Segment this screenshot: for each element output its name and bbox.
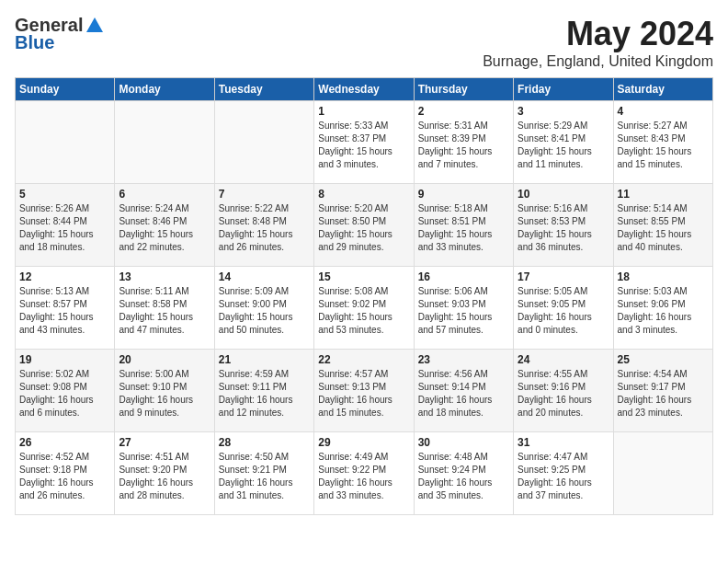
- day-number: 8: [318, 188, 409, 201]
- calendar-cell: 7Sunrise: 5:22 AM Sunset: 8:48 PM Daylig…: [214, 184, 313, 267]
- day-number: 20: [119, 353, 210, 366]
- day-number: 27: [119, 436, 210, 449]
- calendar-cell: 18Sunrise: 5:03 AM Sunset: 9:06 PM Dayli…: [613, 267, 712, 350]
- cell-content: Sunrise: 4:59 AM Sunset: 9:11 PM Dayligh…: [219, 368, 310, 419]
- day-number: 11: [618, 188, 709, 201]
- cell-content: Sunrise: 5:03 AM Sunset: 9:06 PM Dayligh…: [618, 285, 709, 337]
- calendar-cell: 28Sunrise: 4:50 AM Sunset: 9:21 PM Dayli…: [214, 432, 313, 515]
- weekday-header-tuesday: Tuesday: [214, 78, 313, 101]
- weekday-header-sunday: Sunday: [16, 78, 115, 101]
- calendar-cell: 8Sunrise: 5:20 AM Sunset: 8:50 PM Daylig…: [314, 184, 414, 267]
- cell-content: Sunrise: 5:13 AM Sunset: 8:57 PM Dayligh…: [19, 285, 110, 337]
- cell-content: Sunrise: 4:54 AM Sunset: 9:17 PM Dayligh…: [618, 368, 709, 419]
- calendar-cell: 12Sunrise: 5:13 AM Sunset: 8:57 PM Dayli…: [16, 267, 115, 350]
- calendar-cell: 19Sunrise: 5:02 AM Sunset: 9:08 PM Dayli…: [16, 350, 115, 432]
- logo: General Blue: [15, 15, 105, 53]
- day-number: 30: [418, 436, 509, 449]
- cell-content: Sunrise: 5:06 AM Sunset: 9:03 PM Dayligh…: [418, 285, 509, 337]
- cell-content: Sunrise: 5:16 AM Sunset: 8:53 PM Dayligh…: [518, 202, 609, 254]
- day-number: 15: [318, 270, 409, 283]
- calendar-cell: 17Sunrise: 5:05 AM Sunset: 9:05 PM Dayli…: [514, 267, 613, 350]
- cell-content: Sunrise: 4:57 AM Sunset: 9:13 PM Dayligh…: [318, 368, 409, 419]
- calendar-cell: 27Sunrise: 4:51 AM Sunset: 9:20 PM Dayli…: [115, 432, 214, 515]
- weekday-header-thursday: Thursday: [414, 78, 513, 101]
- day-number: 25: [618, 353, 709, 366]
- week-row-4: 19Sunrise: 5:02 AM Sunset: 9:08 PM Dayli…: [16, 350, 713, 432]
- location-title: Burnage, England, United Kingdom: [483, 53, 713, 70]
- week-row-1: 1Sunrise: 5:33 AM Sunset: 8:37 PM Daylig…: [16, 101, 713, 184]
- cell-content: Sunrise: 5:18 AM Sunset: 8:51 PM Dayligh…: [418, 202, 509, 254]
- day-number: 7: [219, 188, 310, 201]
- cell-content: Sunrise: 4:50 AM Sunset: 9:21 PM Dayligh…: [219, 451, 310, 502]
- day-number: 29: [318, 436, 409, 449]
- calendar-cell: 14Sunrise: 5:09 AM Sunset: 9:00 PM Dayli…: [214, 267, 313, 350]
- cell-content: Sunrise: 5:11 AM Sunset: 8:58 PM Dayligh…: [119, 285, 210, 337]
- calendar-cell: 23Sunrise: 4:56 AM Sunset: 9:14 PM Dayli…: [414, 350, 513, 432]
- day-number: 9: [418, 188, 509, 201]
- calendar-cell: 3Sunrise: 5:29 AM Sunset: 8:41 PM Daylig…: [514, 101, 613, 184]
- calendar-cell: 13Sunrise: 5:11 AM Sunset: 8:58 PM Dayli…: [115, 267, 214, 350]
- weekday-header-saturday: Saturday: [613, 78, 712, 101]
- cell-content: Sunrise: 5:05 AM Sunset: 9:05 PM Dayligh…: [518, 285, 609, 337]
- cell-content: Sunrise: 5:26 AM Sunset: 8:44 PM Dayligh…: [19, 202, 110, 254]
- day-number: 23: [418, 353, 509, 366]
- calendar-cell: 31Sunrise: 4:47 AM Sunset: 9:25 PM Dayli…: [514, 432, 613, 515]
- calendar-cell: 11Sunrise: 5:14 AM Sunset: 8:55 PM Dayli…: [613, 184, 712, 267]
- calendar-cell: [214, 101, 313, 184]
- weekday-header-wednesday: Wednesday: [314, 78, 414, 101]
- calendar-cell: 26Sunrise: 4:52 AM Sunset: 9:18 PM Dayli…: [16, 432, 115, 515]
- calendar-cell: 25Sunrise: 4:54 AM Sunset: 9:17 PM Dayli…: [613, 350, 712, 432]
- cell-content: Sunrise: 4:51 AM Sunset: 9:20 PM Dayligh…: [119, 451, 210, 502]
- cell-content: Sunrise: 5:14 AM Sunset: 8:55 PM Dayligh…: [618, 202, 709, 254]
- day-number: 21: [219, 353, 310, 366]
- day-number: 1: [318, 105, 409, 118]
- calendar-cell: [16, 101, 115, 184]
- cell-content: Sunrise: 4:52 AM Sunset: 9:18 PM Dayligh…: [19, 451, 110, 502]
- cell-content: Sunrise: 4:56 AM Sunset: 9:14 PM Dayligh…: [418, 368, 509, 419]
- cell-content: Sunrise: 5:24 AM Sunset: 8:46 PM Dayligh…: [119, 202, 210, 254]
- calendar-cell: 10Sunrise: 5:16 AM Sunset: 8:53 PM Dayli…: [514, 184, 613, 267]
- cell-content: Sunrise: 5:27 AM Sunset: 8:43 PM Dayligh…: [618, 120, 709, 171]
- cell-content: Sunrise: 5:33 AM Sunset: 8:37 PM Dayligh…: [318, 120, 409, 171]
- week-row-2: 5Sunrise: 5:26 AM Sunset: 8:44 PM Daylig…: [16, 184, 713, 267]
- calendar-cell: 2Sunrise: 5:31 AM Sunset: 8:39 PM Daylig…: [414, 101, 513, 184]
- calendar-table: SundayMondayTuesdayWednesdayThursdayFrid…: [15, 77, 713, 515]
- day-number: 31: [518, 436, 609, 449]
- day-number: 2: [418, 105, 509, 118]
- calendar-cell: 22Sunrise: 4:57 AM Sunset: 9:13 PM Dayli…: [314, 350, 414, 432]
- cell-content: Sunrise: 5:29 AM Sunset: 8:41 PM Dayligh…: [518, 120, 609, 171]
- calendar-cell: [115, 101, 214, 184]
- cell-content: Sunrise: 4:49 AM Sunset: 9:22 PM Dayligh…: [318, 451, 409, 502]
- day-number: 3: [518, 105, 609, 118]
- weekday-header-monday: Monday: [115, 78, 214, 101]
- day-number: 13: [119, 270, 210, 283]
- calendar-cell: 16Sunrise: 5:06 AM Sunset: 9:03 PM Dayli…: [414, 267, 513, 350]
- cell-content: Sunrise: 5:02 AM Sunset: 9:08 PM Dayligh…: [19, 368, 110, 419]
- week-row-5: 26Sunrise: 4:52 AM Sunset: 9:18 PM Dayli…: [16, 432, 713, 515]
- day-number: 5: [19, 188, 110, 201]
- logo-blue-text: Blue: [15, 32, 54, 53]
- calendar-cell: 5Sunrise: 5:26 AM Sunset: 8:44 PM Daylig…: [16, 184, 115, 267]
- calendar-cell: [613, 432, 712, 515]
- calendar-cell: 15Sunrise: 5:08 AM Sunset: 9:02 PM Dayli…: [314, 267, 414, 350]
- weekday-header-row: SundayMondayTuesdayWednesdayThursdayFrid…: [16, 78, 713, 101]
- calendar-cell: 24Sunrise: 4:55 AM Sunset: 9:16 PM Dayli…: [514, 350, 613, 432]
- day-number: 10: [518, 188, 609, 201]
- day-number: 24: [518, 353, 609, 366]
- week-row-3: 12Sunrise: 5:13 AM Sunset: 8:57 PM Dayli…: [16, 267, 713, 350]
- calendar-cell: 6Sunrise: 5:24 AM Sunset: 8:46 PM Daylig…: [115, 184, 214, 267]
- cell-content: Sunrise: 4:55 AM Sunset: 9:16 PM Dayligh…: [518, 368, 609, 419]
- cell-content: Sunrise: 5:08 AM Sunset: 9:02 PM Dayligh…: [318, 285, 409, 337]
- day-number: 4: [618, 105, 709, 118]
- day-number: 26: [19, 436, 110, 449]
- cell-content: Sunrise: 4:47 AM Sunset: 9:25 PM Dayligh…: [518, 451, 609, 502]
- cell-content: Sunrise: 5:31 AM Sunset: 8:39 PM Dayligh…: [418, 120, 509, 171]
- svg-marker-0: [86, 17, 103, 32]
- title-area: May 2024 Burnage, England, United Kingdo…: [483, 15, 713, 70]
- day-number: 14: [219, 270, 310, 283]
- day-number: 6: [119, 188, 210, 201]
- cell-content: Sunrise: 5:20 AM Sunset: 8:50 PM Dayligh…: [318, 202, 409, 254]
- day-number: 22: [318, 353, 409, 366]
- day-number: 12: [19, 270, 110, 283]
- weekday-header-friday: Friday: [514, 78, 613, 101]
